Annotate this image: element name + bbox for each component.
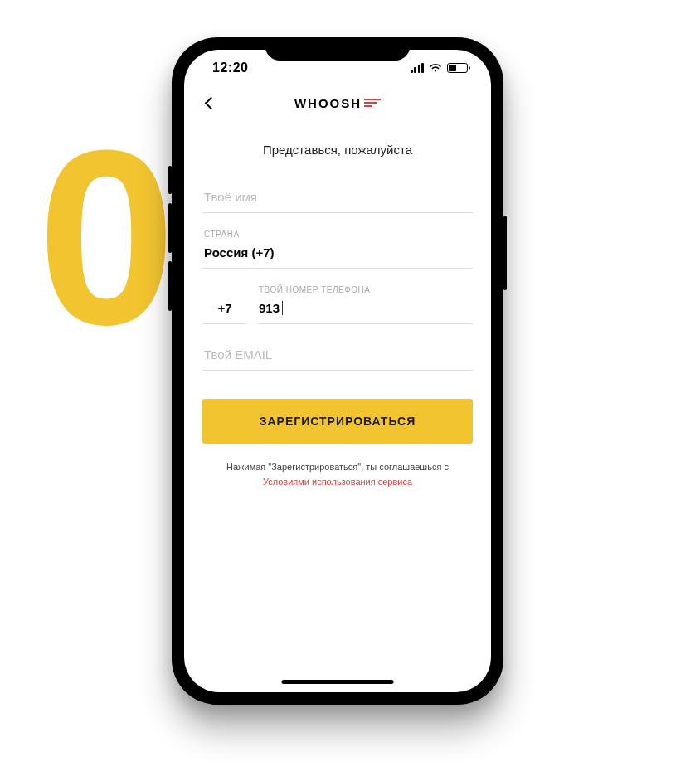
email-field[interactable] [202,341,473,371]
form-heading: Представься, пожалуйста [202,143,473,157]
battery-icon [447,63,468,73]
terms-link[interactable]: Условиями использования сервиса [263,477,412,487]
phone-power-button [503,216,507,290]
chevron-left-icon [204,96,217,109]
text-caret-icon [282,301,283,315]
back-button[interactable] [199,91,222,114]
phone-screen: 12:20 WHOOSH Представься, пожалуйста [184,50,491,692]
phone-side-button [168,261,172,311]
logo-lines-icon [364,99,381,107]
country-label: СТРАНА [204,230,471,239]
phone-side-button [168,166,172,194]
name-field[interactable] [202,183,473,213]
country-field[interactable]: СТРАНА Россия (+7) [202,230,473,269]
app-logo: WHOOSH [294,96,381,110]
phone-side-button [168,203,172,253]
phone-row: +7 ТВОЙ НОМЕР ТЕЛЕФОНА 913 [202,285,473,324]
country-value[interactable]: Россия (+7) [204,239,471,268]
name-input[interactable] [204,183,471,212]
wifi-icon [429,63,442,73]
status-bar: 12:20 [184,50,491,86]
phone-prefix-field[interactable]: +7 [202,285,247,324]
phone-input[interactable]: 913 [259,294,471,323]
phone-prefix: +7 [204,294,245,323]
nav-bar: WHOOSH [184,86,491,119]
phone-mockup: 12:20 WHOOSH Представься, пожалуйста [172,37,503,705]
phone-value: 913 [259,301,280,315]
logo-text: WHOOSH [294,96,362,110]
registration-form: Представься, пожалуйста СТРАНА Россия (+… [184,119,491,692]
terms-text: Нажимая "Зарегистрироваться", ты соглаша… [202,460,473,489]
email-input[interactable] [204,341,471,370]
signal-icon [411,63,425,73]
terms-pretext: Нажимая "Зарегистрироваться", ты соглаша… [226,462,449,472]
register-button[interactable]: ЗАРЕГИСТРИРОВАТЬСЯ [202,399,473,444]
phone-label: ТВОЙ НОМЕР ТЕЛЕФОНА [259,285,471,294]
status-time: 12:20 [212,61,248,75]
phone-number-field[interactable]: ТВОЙ НОМЕР ТЕЛЕФОНА 913 [257,285,473,324]
